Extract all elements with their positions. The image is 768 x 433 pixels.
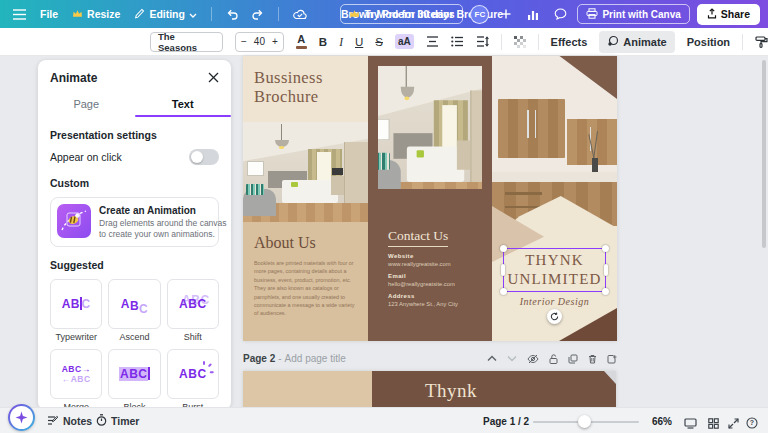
animation-tile-burst[interactable]: ABC <box>167 349 219 399</box>
move-page-down-icon[interactable] <box>507 355 517 362</box>
editing-mode-label: Editing <box>149 8 185 20</box>
share-button[interactable]: Share <box>697 4 760 25</box>
cloud-save-status-icon[interactable] <box>293 9 307 20</box>
font-size-value[interactable]: 40 <box>254 36 265 47</box>
interior-photo-bedroom[interactable] <box>243 122 368 222</box>
animation-tile-block[interactable]: ABC <box>108 349 160 399</box>
active-tab-underline <box>135 115 232 117</box>
transparency-button[interactable] <box>514 36 526 48</box>
effects-button[interactable]: Effects <box>551 36 588 48</box>
grid-view-icon[interactable] <box>708 415 719 433</box>
selection-side-handle[interactable] <box>604 264 608 276</box>
text-case-button[interactable]: aA <box>395 34 414 49</box>
font-size-stepper[interactable]: − 40 + <box>235 32 284 52</box>
selected-text-element[interactable]: THYNK UNLIMITED <box>503 248 606 292</box>
redo-button[interactable] <box>252 9 264 20</box>
add-page-icon[interactable] <box>607 354 617 364</box>
selection-handle[interactable] <box>602 288 609 295</box>
editing-mode-dropdown[interactable]: Editing <box>134 8 197 21</box>
duplicate-page-icon[interactable] <box>568 354 578 364</box>
brand-tagline[interactable]: Interior Design <box>492 296 617 307</box>
canva-editor: File Resize Editing Brown Modern Interio <box>0 0 768 433</box>
brochure-middle-column: Contact Us Website www.reallygreatsite.c… <box>368 56 492 341</box>
about-us-block[interactable]: About Us Booklets are printed materials … <box>243 222 368 341</box>
fullscreen-icon[interactable] <box>728 415 739 433</box>
animation-tile-merge[interactable]: ABC→ ←ABC <box>50 349 102 399</box>
animation-tile-ascend[interactable]: ABC <box>108 279 160 329</box>
file-menu[interactable]: File <box>40 8 58 20</box>
text-color-button[interactable]: A <box>296 34 307 49</box>
tab-text[interactable]: Text <box>135 91 232 117</box>
brochure-title-line1: Bussiness <box>254 69 368 88</box>
page-corner-fold <box>604 371 616 384</box>
glyph-text: C <box>82 297 91 311</box>
insights-chart-icon[interactable] <box>523 4 543 24</box>
try-pro-button[interactable]: Try Pro for 30 days <box>340 4 463 24</box>
bullet-list-button[interactable] <box>451 36 464 47</box>
animation-tile-shift[interactable]: ABCABC <box>167 279 219 329</box>
about-us-heading[interactable]: About Us <box>254 234 358 252</box>
create-animation-card[interactable]: Create an Animation Drag elements around… <box>50 197 219 247</box>
resize-menu-label: Resize <box>87 8 120 20</box>
resize-menu[interactable]: Resize <box>72 8 120 20</box>
bottom-status-bar: Notes Timer Page 1 / 2 66% ? <box>0 407 768 433</box>
strikethrough-button[interactable]: S <box>375 36 383 48</box>
selection-side-handle[interactable] <box>501 264 505 276</box>
underline-button[interactable]: U <box>355 36 363 48</box>
selection-handle[interactable] <box>602 245 609 252</box>
bee-animation-icon <box>57 204 91 238</box>
hide-page-icon[interactable] <box>527 354 539 364</box>
comments-icon[interactable] <box>550 4 570 24</box>
animation-label: Ascend <box>119 329 149 349</box>
italic-button[interactable]: I <box>339 36 343 48</box>
font-family-selector[interactable]: The Seasons <box>150 32 223 52</box>
cursor-glyph <box>148 367 150 380</box>
zoom-level-button[interactable]: 66% <box>652 408 672 433</box>
glyph-text: ABC <box>179 297 207 311</box>
move-page-up-icon[interactable] <box>487 355 497 362</box>
brochure-title-block[interactable]: Bussiness Brochure <box>243 56 368 122</box>
add-member-button[interactable] <box>496 4 516 24</box>
website-value: www.reallygreatsite.com <box>388 261 480 267</box>
bold-button[interactable]: B <box>319 36 327 48</box>
vertical-scrollbar[interactable] <box>762 60 766 248</box>
format-painter-roller-icon[interactable] <box>755 36 768 48</box>
rotate-handle-icon[interactable] <box>547 309 562 324</box>
position-button[interactable]: Position <box>687 36 730 48</box>
line-spacing-button[interactable] <box>476 36 489 47</box>
add-page-title-placeholder[interactable]: Add page title <box>285 353 346 364</box>
zoom-slider-thumb[interactable] <box>578 415 591 428</box>
canvas-page-1[interactable]: Bussiness Brochure About Us Booklets are… <box>243 56 617 341</box>
font-size-increase[interactable]: + <box>272 36 278 47</box>
hamburger-menu-icon[interactable] <box>13 9 26 20</box>
animation-label: Typewriter <box>55 329 97 349</box>
tab-page[interactable]: Page <box>38 91 135 117</box>
about-us-body[interactable]: Booklets are printed materials with four… <box>254 259 358 318</box>
appear-on-click-toggle[interactable] <box>189 149 219 165</box>
zoom-slider[interactable] <box>533 421 639 423</box>
notes-button[interactable]: Notes <box>47 408 92 433</box>
selection-handle[interactable] <box>500 288 507 295</box>
timer-button[interactable]: Timer <box>96 408 139 433</box>
delete-page-icon[interactable] <box>588 354 597 364</box>
account-avatar[interactable]: FC <box>470 5 489 24</box>
print-with-canva-button[interactable]: Print with Canva <box>577 4 689 24</box>
selection-handle[interactable] <box>500 245 507 252</box>
toolbar-separator <box>742 34 743 50</box>
contact-us-block[interactable]: Contact Us Website www.reallygreatsite.c… <box>388 226 480 307</box>
lock-page-icon[interactable] <box>549 354 558 364</box>
animation-tile-typewriter[interactable]: ABC <box>50 279 102 329</box>
undo-button[interactable] <box>226 9 238 20</box>
interior-photo-framed[interactable] <box>378 66 482 189</box>
help-icon[interactable]: ? <box>746 415 758 433</box>
suggested-heading: Suggested <box>50 259 219 271</box>
contact-us-heading[interactable]: Contact Us <box>388 228 448 247</box>
close-icon[interactable] <box>208 72 219 85</box>
page-2-label[interactable]: Page 2 <box>243 353 275 364</box>
animate-button-active[interactable]: Animate <box>599 31 674 53</box>
burst-ray <box>203 361 205 365</box>
presentation-view-icon[interactable] <box>684 415 697 433</box>
text-align-button[interactable] <box>426 36 439 47</box>
magic-assistant-button[interactable] <box>8 404 35 431</box>
font-size-decrease[interactable]: − <box>241 36 247 47</box>
